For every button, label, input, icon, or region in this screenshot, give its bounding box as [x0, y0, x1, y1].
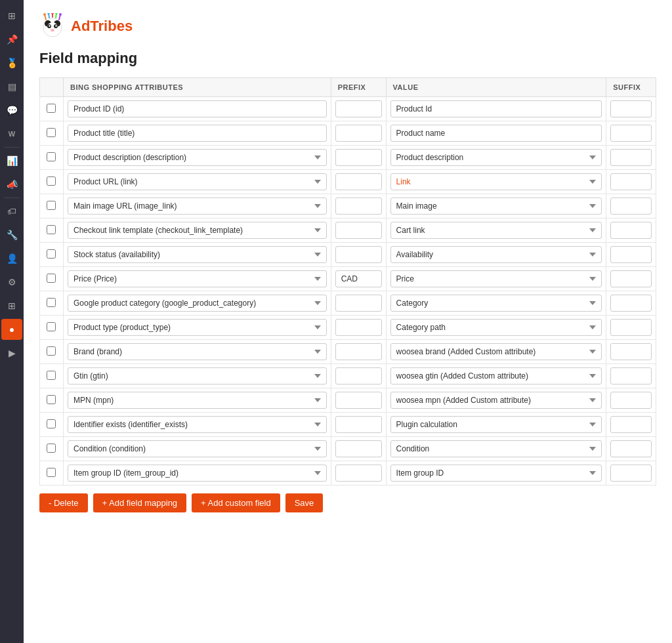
attribute-select[interactable]: Identifier exists (identifier_exists)	[68, 416, 327, 433]
suffix-input[interactable]	[610, 440, 652, 457]
suffix-input[interactable]	[610, 416, 652, 433]
row-checkbox[interactable]	[47, 176, 56, 186]
prefix-input[interactable]	[335, 392, 382, 409]
tag-icon[interactable]: 🏷	[1, 201, 22, 222]
badge-icon[interactable]: 🏅	[1, 52, 22, 73]
row-checkbox[interactable]	[47, 201, 56, 210]
attribute-select[interactable]: Google product category (google_product_…	[68, 295, 327, 312]
value-select[interactable]: woosea brand (Added Custom attribute)	[390, 343, 602, 360]
pin-icon[interactable]: 📌	[1, 29, 22, 50]
prefix-input[interactable]	[335, 367, 382, 384]
value-select[interactable]: Product description	[390, 149, 602, 166]
value-select[interactable]: woosea gtin (Added Custom attribute)	[390, 367, 602, 384]
suffix-input[interactable]	[610, 173, 652, 190]
add-custom-button[interactable]: + Add custom field	[192, 493, 280, 512]
prefix-input[interactable]	[335, 222, 382, 239]
prefix-input[interactable]	[335, 295, 382, 312]
prefix-input[interactable]	[335, 173, 382, 190]
row-checkbox[interactable]	[47, 298, 56, 307]
suffix-input[interactable]	[610, 246, 652, 263]
active-icon[interactable]: ●	[1, 319, 22, 340]
layers-icon[interactable]: ▤	[1, 76, 22, 97]
attribute-select[interactable]: Item group ID (item_group_id)	[68, 465, 327, 482]
row-checkbox[interactable]	[47, 346, 56, 356]
settings-icon[interactable]: ⚙	[1, 272, 22, 293]
row-checkbox[interactable]	[47, 249, 56, 259]
suffix-input[interactable]	[610, 367, 652, 384]
person-icon[interactable]: 👤	[1, 248, 22, 269]
wrench-icon[interactable]: 🔧	[1, 224, 22, 245]
row-checkbox[interactable]	[47, 395, 56, 404]
row-checkbox[interactable]	[47, 371, 56, 380]
attribute-select[interactable]: Stock status (availability)	[68, 246, 327, 263]
suffix-input[interactable]	[610, 197, 652, 215]
attribute-select[interactable]: Brand (brand)	[68, 343, 327, 360]
prefix-input[interactable]	[335, 197, 382, 215]
suffix-input[interactable]	[610, 319, 652, 336]
delete-button[interactable]: - Delete	[39, 493, 88, 512]
prefix-input[interactable]	[335, 125, 382, 142]
suffix-input[interactable]	[610, 149, 652, 166]
attribute-select[interactable]: Product URL (link)	[68, 173, 327, 190]
value-select[interactable]: Category	[390, 295, 602, 312]
attribute-select[interactable]: Main image URL (image_link)	[68, 197, 327, 215]
value-select[interactable]: Link	[390, 173, 602, 190]
value-select[interactable]: Condition	[390, 440, 602, 457]
row-checkbox[interactable]	[47, 104, 56, 113]
megaphone-icon[interactable]: 📣	[1, 174, 22, 195]
row-checkbox[interactable]	[47, 322, 56, 331]
value-select[interactable]: Category path	[390, 319, 602, 336]
prefix-input[interactable]	[335, 343, 382, 360]
prefix-input[interactable]	[335, 416, 382, 433]
svg-point-3	[47, 22, 58, 34]
value-select[interactable]: Plugin calculation	[390, 416, 602, 433]
suffix-input[interactable]	[610, 222, 652, 239]
prefix-input[interactable]	[335, 440, 382, 457]
row-checkbox[interactable]	[47, 419, 56, 428]
row-checkbox[interactable]	[47, 444, 56, 453]
prefix-input[interactable]	[335, 246, 382, 263]
prefix-input[interactable]	[335, 100, 382, 117]
row-checkbox[interactable]	[47, 152, 56, 161]
suffix-input[interactable]	[610, 392, 652, 409]
prefix-input[interactable]	[335, 319, 382, 336]
value-select[interactable]: woosea mpn (Added Custom attribute)	[390, 392, 602, 409]
value-input[interactable]	[390, 100, 602, 117]
attribute-input[interactable]	[68, 125, 327, 142]
grid-icon[interactable]: ⊞	[1, 295, 22, 316]
prefix-input[interactable]	[335, 465, 382, 482]
row-checkbox[interactable]	[47, 274, 56, 283]
attribute-select[interactable]: Condition (condition)	[68, 440, 327, 457]
woo-icon[interactable]: W	[1, 123, 22, 144]
value-select[interactable]: Availability	[390, 246, 602, 263]
value-select[interactable]: Item group ID	[390, 465, 602, 482]
prefix-input[interactable]	[335, 149, 382, 166]
play-icon[interactable]: ▶	[1, 342, 22, 363]
puzzle-icon[interactable]: ⊞	[1, 5, 22, 26]
attribute-select[interactable]: Checkout link template (checkout_link_te…	[68, 222, 327, 239]
value-select[interactable]: Main image	[390, 197, 602, 215]
attribute-select[interactable]: Price (Price)	[68, 270, 327, 287]
add-field-button[interactable]: + Add field mapping	[93, 493, 187, 512]
value-select[interactable]: Price	[390, 270, 602, 287]
row-checkbox[interactable]	[47, 128, 56, 137]
suffix-input[interactable]	[610, 100, 652, 117]
row-checkbox[interactable]	[47, 468, 56, 477]
attribute-select[interactable]: Product type (product_type)	[68, 319, 327, 336]
save-button[interactable]: Save	[285, 493, 324, 512]
suffix-input[interactable]	[610, 343, 652, 360]
row-checkbox[interactable]	[47, 225, 56, 234]
attribute-select[interactable]: Product description (description)	[68, 149, 327, 166]
bar-chart-icon[interactable]: 📊	[1, 150, 22, 171]
attribute-select[interactable]: MPN (mpn)	[68, 392, 327, 409]
suffix-input[interactable]	[610, 125, 652, 142]
suffix-input[interactable]	[610, 270, 652, 287]
suffix-input[interactable]	[610, 465, 652, 482]
value-select[interactable]: Cart link	[390, 222, 602, 239]
value-input[interactable]	[390, 125, 602, 142]
suffix-input[interactable]	[610, 295, 652, 312]
attribute-select[interactable]: Gtin (gtin)	[68, 367, 327, 384]
attribute-input[interactable]	[68, 100, 327, 117]
prefix-input[interactable]	[335, 270, 382, 287]
chat-icon[interactable]: 💬	[1, 100, 22, 121]
